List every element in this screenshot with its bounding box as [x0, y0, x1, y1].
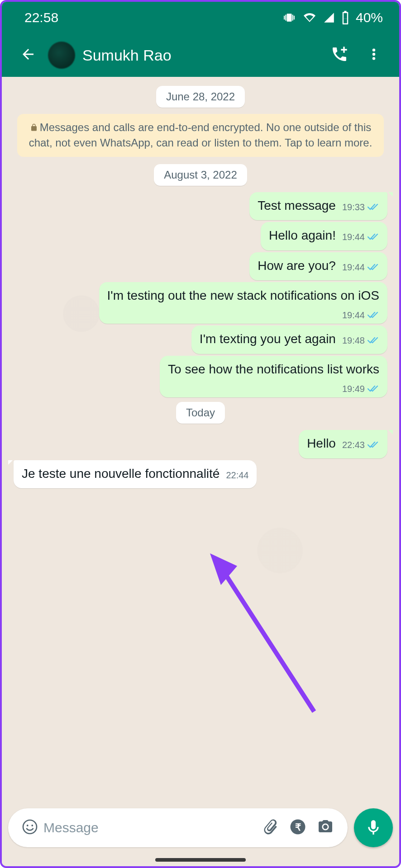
message-out[interactable]: Test message 19:33 [8, 192, 393, 220]
message-text: Je teste une nouvelle fonctionnalité [22, 467, 220, 481]
message-out[interactable]: I'm testing out the new stack notificati… [8, 282, 393, 324]
call-button[interactable] [321, 39, 358, 71]
status-bar: 22:58 40% [2, 2, 399, 33]
message-text: Hello again! [269, 228, 336, 242]
message-text: How are you? [258, 259, 336, 273]
annotation-arrow [210, 553, 346, 725]
svg-rect-0 [344, 13, 347, 19]
svg-line-4 [224, 571, 314, 712]
emoji-button[interactable] [16, 814, 43, 841]
message-time: 19:44 [342, 309, 365, 321]
signal-icon [323, 12, 335, 24]
message-input-bar: ₹ [8, 808, 393, 847]
wifi-icon [302, 12, 317, 24]
message-out[interactable]: Hello 22:43 [8, 430, 393, 458]
status-time: 22:58 [24, 10, 58, 25]
message-time: 19:49 [342, 383, 365, 395]
contact-avatar[interactable] [48, 42, 75, 69]
message-time: 19:33 [342, 201, 365, 213]
chat-header: Sumukh Rao [2, 33, 399, 77]
message-input-field: ₹ [8, 808, 348, 847]
svg-point-7 [27, 825, 29, 826]
back-button[interactable] [11, 40, 45, 71]
battery-icon [341, 11, 349, 24]
read-ticks-icon [368, 311, 379, 319]
date-divider: June 28, 2022 [156, 86, 245, 108]
attach-button[interactable] [257, 814, 284, 841]
message-text: I'm testing out the new stack notificati… [107, 288, 379, 302]
message-time: 22:43 [342, 439, 365, 451]
payment-button[interactable]: ₹ [284, 814, 311, 841]
svg-marker-5 [210, 553, 237, 585]
svg-point-1 [372, 48, 375, 51]
message-text: Test message [258, 198, 336, 212]
svg-point-8 [31, 825, 33, 826]
message-text: Hello [307, 436, 336, 450]
message-out[interactable]: To see how the notifications list works … [8, 356, 393, 397]
svg-point-2 [372, 53, 375, 56]
more-options-button[interactable] [358, 39, 390, 71]
encryption-text: Messages and calls are end-to-end encryp… [29, 121, 372, 149]
read-ticks-icon [368, 203, 379, 211]
nav-handle[interactable] [155, 858, 246, 862]
lock-icon [30, 121, 38, 136]
vibrate-icon [282, 12, 296, 24]
message-time: 19:48 [342, 335, 365, 346]
message-time: 19:44 [342, 231, 365, 243]
message-text: I'm texting you yet again [200, 332, 336, 346]
read-ticks-icon [368, 233, 379, 241]
read-ticks-icon [368, 441, 379, 449]
svg-point-6 [23, 820, 37, 834]
message-time: 22:44 [226, 469, 248, 481]
encryption-notice[interactable]: Messages and calls are end-to-end encryp… [17, 114, 384, 157]
svg-point-3 [372, 57, 375, 60]
battery-percent: 40% [356, 10, 383, 25]
message-in[interactable]: Je teste une nouvelle fonctionnalité 22:… [8, 460, 393, 488]
message-text: To see how the notifications list works [168, 362, 379, 376]
date-divider: Today [176, 402, 225, 424]
message-out[interactable]: How are you? 19:44 [8, 252, 393, 280]
status-icons: 40% [282, 10, 383, 25]
message-out[interactable]: Hello again! 19:44 [8, 222, 393, 250]
date-divider: August 3, 2022 [154, 164, 247, 186]
svg-text:₹: ₹ [295, 822, 301, 832]
chat-area[interactable]: June 28, 2022 Messages and calls are end… [2, 77, 399, 866]
phone-screen: 22:58 40% Sumukh Rao June 28, 2022 Messa… [0, 0, 401, 868]
read-ticks-icon [368, 385, 379, 393]
voice-message-button[interactable] [354, 808, 393, 847]
message-input[interactable] [43, 820, 257, 835]
read-ticks-icon [368, 263, 379, 271]
read-ticks-icon [368, 336, 379, 344]
contact-name[interactable]: Sumukh Rao [82, 47, 321, 64]
camera-button[interactable] [311, 814, 339, 841]
message-time: 19:44 [342, 261, 365, 273]
message-out[interactable]: I'm texting you yet again 19:48 [8, 326, 393, 354]
